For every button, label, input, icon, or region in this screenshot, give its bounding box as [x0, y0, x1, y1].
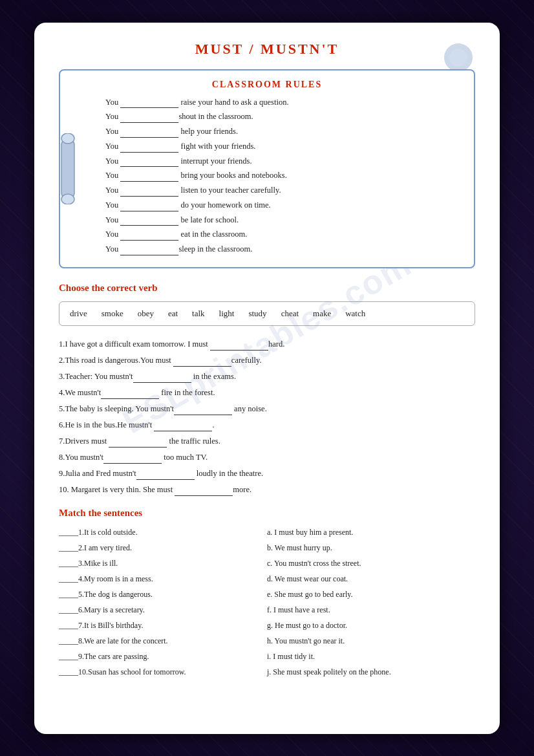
blank	[120, 232, 178, 241]
match-left-1: _____1.It is cold outside.	[59, 526, 267, 538]
blank	[136, 471, 195, 480]
sentence-6: 6.He is in the bus.He mustn't .	[59, 418, 475, 431]
word-smoke: smoke	[101, 308, 123, 319]
blank	[120, 246, 178, 255]
rule-4: You fight with your friends.	[105, 140, 462, 153]
match-left-8: _____8.We are late for the concert.	[59, 635, 267, 647]
match-left-3: _____3.Mike is ill.	[59, 557, 267, 569]
rule-2: You shout in the classroom.	[105, 111, 462, 123]
match-right-i: i. I must tidy it.	[267, 651, 475, 662]
match-header: Match the sentences	[59, 508, 475, 519]
blank	[174, 406, 232, 415]
match-right-c: c. You mustn't cross the street.	[267, 557, 475, 569]
blank	[109, 438, 167, 448]
blank	[120, 158, 178, 167]
svg-point-3	[61, 133, 74, 144]
svg-rect-2	[61, 138, 74, 199]
sentence-3: 3.Teacher: You mustn't in the exams.	[59, 370, 475, 383]
rule-3: You help your friends.	[105, 125, 462, 138]
rule-10: You eat in the classroom.	[105, 228, 462, 241]
match-left-7: _____7.It is Bill's birthday.	[59, 620, 267, 631]
match-right-j: j. She must speak politely on the phone.	[267, 666, 475, 678]
main-page: ESLprintables.com MUST / MUSTN'T CLASSRO…	[34, 23, 500, 734]
sentences-section: 1.I have got a difficult exam tomorrow. …	[59, 338, 475, 496]
word-study: study	[248, 308, 266, 319]
match-right-h: h. You mustn't go near it.	[267, 635, 475, 647]
match-left-2: _____2.I am very tired.	[59, 542, 267, 554]
blank	[210, 341, 268, 351]
word-light: light	[219, 308, 235, 319]
match-left-9: _____9.The cars are passing.	[59, 651, 267, 662]
blank	[175, 487, 233, 496]
rule-7: You listen to your teacher carefully.	[105, 184, 462, 197]
blank	[120, 188, 178, 197]
blank	[120, 202, 178, 211]
match-right-e: e. She must go to bed early.	[267, 589, 475, 600]
blank	[103, 455, 162, 464]
blank	[120, 114, 178, 123]
match-left-4: _____4.My room is in a mess.	[59, 573, 267, 585]
match-left-5: _____5.The dog is dangerous.	[59, 589, 267, 600]
svg-point-4	[61, 194, 74, 204]
scroll-decoration	[51, 133, 85, 204]
blank	[120, 129, 178, 138]
rule-6: You bring your books and notebooks.	[105, 169, 462, 182]
blank	[120, 173, 178, 182]
word-talk: talk	[192, 308, 205, 319]
blank	[120, 99, 178, 108]
match-columns: _____1.It is cold outside. _____2.I am v…	[59, 526, 475, 682]
match-left-6: _____6.Mary is a secretary.	[59, 604, 267, 616]
match-right-g: g. He must go to a doctor.	[267, 620, 475, 631]
blank	[154, 422, 212, 431]
rule-5: You interrupt your friends.	[105, 155, 462, 167]
sentence-5: 5.The baby is sleeping. You mustn't any …	[59, 402, 475, 415]
sentence-10: 10. Margaret is very thin. She must more…	[59, 483, 475, 496]
sentence-4: 4.We mustn't fire in the forest.	[59, 386, 475, 399]
classroom-rules-box: CLASSROOM RULES You raise your hand to a…	[59, 69, 475, 268]
match-right-f: f. I must have a rest.	[267, 604, 475, 616]
sentence-7: 7.Drivers must the traffic rules.	[59, 435, 475, 448]
match-left-column: _____1.It is cold outside. _____2.I am v…	[59, 526, 267, 682]
word-make: make	[313, 308, 331, 319]
sentence-1: 1.I have got a difficult exam tomorrow. …	[59, 338, 475, 351]
word-obey: obey	[138, 308, 154, 319]
match-right-b: b. We must hurry up.	[267, 542, 475, 554]
page-title: MUST / MUSTN'T	[59, 41, 475, 58]
word-watch: watch	[345, 308, 365, 319]
blank	[173, 358, 231, 367]
word-cheat: cheat	[281, 308, 299, 319]
rule-11: You sleep in the classroom.	[105, 243, 462, 255]
classroom-rules-title: CLASSROOM RULES	[72, 80, 462, 90]
word-drive: drive	[70, 308, 87, 319]
svg-point-1	[449, 49, 467, 67]
match-left-10: _____10.Susan has school for tomorrow.	[59, 666, 267, 678]
word-eat: eat	[168, 308, 178, 319]
match-section: Match the sentences _____1.It is cold ou…	[59, 508, 475, 682]
word-box: drive smoke obey eat talk light study ch…	[59, 301, 475, 326]
match-right-d: d. We must wear our coat.	[267, 573, 475, 585]
match-right-a: a. I must buy him a present.	[267, 526, 475, 538]
sentence-9: 9.Julia and Fred mustn't loudly in the t…	[59, 467, 475, 480]
match-right-column: a. I must buy him a present. b. We must …	[267, 526, 475, 682]
choose-verb-header: Choose the correct verb	[59, 283, 475, 294]
rule-9: You be late for school.	[105, 214, 462, 226]
rule-1: You raise your hand to ask a question.	[105, 96, 462, 109]
rule-8: You do your homework on time.	[105, 199, 462, 211]
sentence-8: 8.You mustn't too much TV.	[59, 451, 475, 464]
blank	[120, 144, 178, 153]
blank	[101, 390, 159, 399]
blank	[133, 374, 191, 383]
blank	[120, 217, 178, 226]
sentence-2: 2.This road is dangerous.You must carefu…	[59, 354, 475, 367]
